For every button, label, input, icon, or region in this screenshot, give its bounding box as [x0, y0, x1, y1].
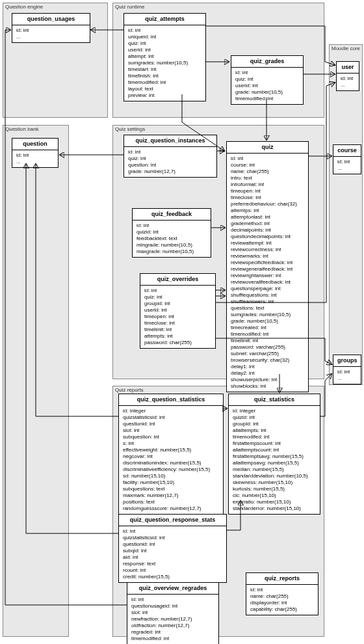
- entity-body: id: intcourse: intname: char(255)intro: …: [227, 154, 308, 392]
- entity-groups: groups id: int...: [333, 355, 361, 384]
- entity-quiz-question-instances: quiz_question_instances id: intquiz: int…: [124, 135, 217, 178]
- entity-field: quizid: int: [136, 229, 207, 235]
- entity-field: slot: int: [123, 427, 219, 434]
- entity-field: id: integer: [123, 408, 219, 414]
- entity-field: id: integer: [233, 408, 316, 414]
- entity-field: feedbacktext: text: [136, 235, 207, 242]
- entity-field: introformat: int: [231, 181, 304, 188]
- entity-body: id: intname: char(255)displayorder: intc…: [246, 585, 318, 615]
- entity-field: timemodified: int: [231, 331, 304, 338]
- entity-field: ...: [337, 165, 357, 172]
- entity-field: grade: number(12,7): [128, 168, 213, 175]
- entity-course: course id: int...: [333, 144, 361, 174]
- entity-field: displayorder: int: [250, 600, 314, 606]
- entity-field: timecreated: int: [231, 325, 304, 331]
- entity-quiz-reports: quiz_reports id: intname: char(255)displ…: [246, 572, 318, 615]
- entity-field: allattempsavg: number(15,5): [233, 460, 316, 466]
- entity-title: quiz_feedback: [133, 209, 211, 221]
- entity-field: timeopen: int: [144, 314, 211, 320]
- entity-field: capability: char(255): [250, 606, 314, 613]
- entity-field: id: int: [16, 152, 54, 159]
- entity-field: effectiveweight: number(15,5): [123, 447, 219, 453]
- entity-body: id: intquizstatisticsid: intquestionid: …: [119, 526, 226, 582]
- entity-title: course: [333, 145, 361, 157]
- entity-field: sumgrades: number(10,5): [128, 60, 202, 66]
- entity-field: id: int: [341, 75, 355, 82]
- entity-field: median: number(15,5): [233, 466, 316, 473]
- entity-field: ...: [337, 375, 357, 382]
- entity-field: timelimit: int: [144, 327, 211, 333]
- entity-field: timelimit: int: [231, 338, 304, 344]
- entity-quiz: quiz id: intcourse: intname: char(255)in…: [226, 141, 309, 392]
- entity-field: facility: number(15,10): [123, 479, 219, 486]
- entity-field: questionsperpage: int: [231, 286, 304, 292]
- group-title: Quiz settings: [115, 126, 145, 132]
- entity-field: subnet: varchar(255): [231, 351, 304, 357]
- entity-quiz-overview-regrades: quiz_overview_regrades id: intquestionus…: [127, 582, 219, 644]
- entity-field: sumgrades: number(10,5): [231, 312, 304, 318]
- entity-field: reviewattempt: int: [231, 240, 304, 247]
- entity-field: allattempts: int: [233, 427, 316, 434]
- entity-field: negcovar: int: [123, 453, 219, 460]
- entity-field: timemodified: int: [235, 96, 299, 102]
- entity-body: id: int...: [12, 150, 58, 167]
- entity-field: timeclose: int: [144, 320, 211, 327]
- entity-field: standarderror: number(15,10): [233, 505, 316, 512]
- entity-field: id: int: [123, 528, 222, 535]
- entity-field: quiz: int: [235, 76, 299, 83]
- entity-quiz-attempts: quiz_attempts id: intuniqueid: intquiz: …: [124, 13, 206, 101]
- entity-field: id: int: [128, 149, 213, 155]
- entity-field: discriminativeefficiency: number(15,5): [123, 466, 219, 473]
- entity-field: showuserpicture: int: [231, 377, 304, 383]
- entity-body: id: intquizid: intfeedbacktext: textming…: [133, 221, 211, 257]
- entity-title: quiz: [227, 142, 308, 154]
- entity-title: quiz_overrides: [140, 274, 215, 286]
- entity-field: cic: number(15,10): [233, 492, 316, 499]
- entity-body: id: intquestionusageid: intslot: intnewf…: [127, 595, 218, 644]
- entity-field: mingrade: number(10,5): [136, 242, 207, 248]
- entity-field: subquestions: text: [123, 486, 219, 492]
- entity-field: name: char(255): [231, 168, 304, 175]
- entity-field: id: int: [128, 27, 202, 34]
- entity-quiz-question-response-stats: quiz_question_response_stats id: intquiz…: [118, 514, 227, 583]
- entity-body: id: int...: [337, 74, 359, 90]
- entity-field: id: int: [136, 222, 207, 229]
- entity-field: attempt: int: [128, 53, 202, 60]
- entity-field: password: char(255): [144, 340, 211, 346]
- entity-field: delay2: int: [231, 370, 304, 377]
- entity-field: id: int: [337, 159, 357, 165]
- entity-quiz-grades: quiz_grades id: intquiz: intuserid: intg…: [231, 55, 304, 105]
- entity-field: browsersecurity: char(32): [231, 357, 304, 364]
- entity-field: questionid: int: [123, 421, 219, 427]
- entity-field: uniqueid: int: [128, 34, 202, 40]
- entity-field: rcount: int: [123, 567, 222, 574]
- entity-field: reviewoverallfeedback: int: [231, 279, 304, 286]
- entity-body: id: int...: [12, 25, 90, 42]
- entity-field: shufflequestions: int: [231, 292, 304, 299]
- group-title: Quiz runtime: [115, 4, 144, 10]
- entity-field: quizid: int: [233, 414, 316, 421]
- entity-field: userid: int: [144, 307, 211, 314]
- entity-field: userid: int: [235, 83, 299, 89]
- entity-field: discriminationindex: number(15,5): [123, 460, 219, 466]
- entity-field: groupid: int: [144, 301, 211, 307]
- entity-field: allattemptscount: int: [233, 447, 316, 453]
- group-title: Moodle core: [332, 46, 360, 51]
- entity-quiz-statistics: quiz_statistics id: integerquizid: intgr…: [228, 394, 320, 515]
- entity-title: quiz_question_statistics: [119, 394, 223, 406]
- entity-body: id: intquiz: intquestion: intgrade: numb…: [124, 147, 216, 177]
- entity-field: sd: number(15,10): [123, 473, 219, 479]
- entity-quiz-overrides: quiz_overrides id: intquiz: intgroupid: …: [140, 273, 216, 349]
- entity-field: question: int: [128, 162, 213, 168]
- entity-field: reviewspecificfeedback: int: [231, 260, 304, 266]
- entity-user: user id: int...: [336, 61, 359, 91]
- entity-field: course: int: [231, 162, 304, 168]
- group-moodle-core: Moodle core: [329, 44, 363, 385]
- entity-field: maxgrade: number(10,5): [136, 248, 207, 255]
- entity-field: maxmark: number(12,7): [123, 492, 219, 499]
- entity-field: oldfraction: number(12,7): [131, 623, 214, 629]
- entity-field: reviewgeneralfeedback: int: [231, 266, 304, 273]
- entity-field: attemptonlast: int: [231, 214, 304, 221]
- entity-field: kurtosis: number(15,5): [233, 486, 316, 492]
- entity-field: firstattempscount: int: [233, 440, 316, 447]
